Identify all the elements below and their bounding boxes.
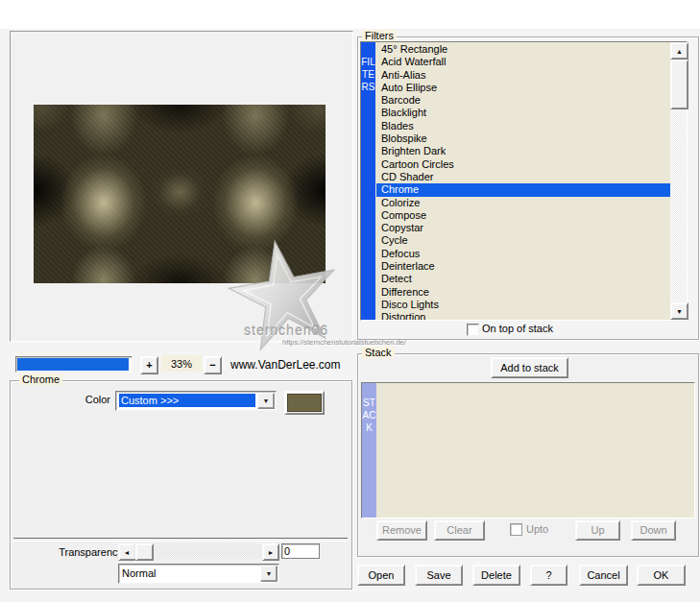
separator-line [13,538,348,542]
filters-vertical-bar: FILTERS [361,42,375,320]
filter-list-item[interactable]: Blobspike [376,132,670,145]
save-button[interactable]: Save [415,565,463,586]
transparency-label: Transparency [38,546,123,558]
filter-list-item[interactable]: Colorize [376,197,670,209]
filter-list-item[interactable]: Brighten Dark [376,145,670,157]
filter-list-item[interactable]: Blades [376,120,670,132]
scrollbar-up-icon[interactable]: ▲ [670,42,688,60]
down-button[interactable]: Down [631,520,676,541]
filter-settings-group-label: Chrome [19,373,62,385]
upto-checkbox[interactable] [510,523,522,536]
filter-list-item[interactable]: Distortion [376,311,670,320]
color-dropdown-value: Custom >>> [119,394,255,407]
filter-list-item[interactable]: 45° Rectangle [376,43,670,56]
clear-button[interactable]: Clear [434,520,485,541]
ok-button[interactable]: OK [637,565,686,586]
zoom-in-button[interactable]: + [140,356,158,374]
slider-right-arrow-icon[interactable]: ► [262,543,279,561]
blend-mode-dropdown[interactable]: Normal ▼ [118,564,279,584]
color-swatch-button[interactable] [284,391,325,415]
preview-image [34,105,326,283]
chevron-down-icon[interactable]: ▼ [260,566,278,582]
zoom-level: 33% [161,355,202,372]
filter-list-item[interactable]: Difference [376,286,670,299]
scrollbar-thumb[interactable] [670,60,688,109]
filter-list-item[interactable]: Cycle [376,234,670,247]
filter-list-scrollbar[interactable]: ▲ ▼ [670,42,687,320]
color-label: Color [77,394,110,405]
remove-button[interactable]: Remove [376,520,427,541]
color-dropdown[interactable]: Custom >>> ▼ [115,391,277,411]
zoom-out-button[interactable]: − [204,356,222,374]
help-button[interactable]: ? [530,565,567,586]
filter-list-item[interactable]: Cartoon Circles [376,158,670,171]
filter-list-item[interactable]: Barcode [376,94,670,107]
filters-group-label: Filters [362,30,397,41]
transparency-input[interactable] [281,543,320,559]
filter-list-item[interactable]: Disco Lights [376,299,670,311]
scrollbar-down-icon[interactable]: ▼ [670,302,688,320]
cancel-button[interactable]: Cancel [579,565,628,586]
filter-list-item[interactable]: Deinterlace [376,260,670,273]
up-button[interactable]: Up [575,520,620,541]
filter-list-item[interactable]: Acid Waterfall [376,56,670,68]
progress-bar [15,356,133,373]
upto-row: Upto [510,523,577,536]
transparency-slider-thumb[interactable] [135,543,154,561]
filter-list-item[interactable]: Blacklight [376,107,670,119]
filter-list-item[interactable]: Detect [376,273,670,285]
filters-vertical-label: FILTERS [361,56,375,93]
filter-list-item[interactable]: Auto Ellipse [376,82,670,94]
filter-list-item[interactable]: Copystar [376,222,670,234]
upto-label: Upto [526,523,548,535]
filter-list-item[interactable]: Compose [376,209,670,222]
color-swatch [287,394,322,412]
stack-vertical-label: STACK [362,397,376,434]
plugin-dialog: + 33% − www.VanDerLee.com Chrome Color C… [0,29,700,602]
stack-vertical-bar: STACK [362,383,376,518]
chevron-down-icon[interactable]: ▼ [257,393,275,409]
preview-panel [10,31,353,342]
add-to-stack-button[interactable]: Add to stack [491,357,568,378]
blend-mode-value: Normal [122,566,156,580]
vendor-website-link[interactable]: www.VanDerLee.com [230,358,341,372]
stack-list: STACK [361,382,695,518]
filter-list-rows: 45° RectangleAcid WaterfallAnti-AliasAut… [376,43,670,320]
delete-button[interactable]: Delete [472,565,520,586]
filter-list-item[interactable]: CD Shader [376,171,670,183]
filter-list-item[interactable]: Anti-Alias [376,69,670,82]
open-button[interactable]: Open [357,565,405,586]
on-top-of-stack-row: On top of stack [467,323,659,335]
stack-group-label: Stack [362,347,395,358]
on-top-of-stack-checkbox[interactable] [467,324,479,336]
on-top-of-stack-label: On top of stack [482,323,553,335]
filter-list-item[interactable]: Defocus [376,248,670,260]
filter-list: FILTERS 45° RectangleAcid WaterfallAnti-… [360,41,688,321]
progress-bar-fill [17,358,129,371]
filter-list-item[interactable]: Chrome [376,183,670,196]
